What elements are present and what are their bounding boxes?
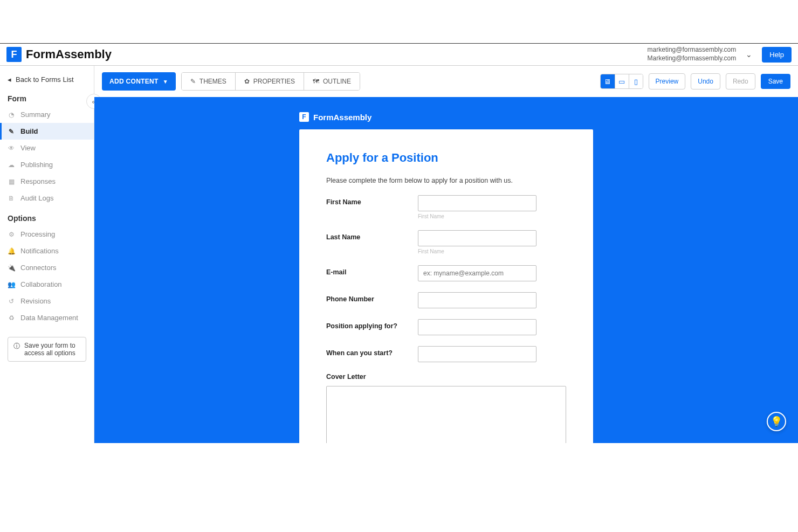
recycle-icon: ♻ (8, 314, 15, 322)
save-note-text: Save your form to access all options (24, 342, 80, 357)
form-card[interactable]: Apply for a Position Please complete the… (299, 129, 593, 443)
first-name-input[interactable] (418, 195, 536, 211)
brand: F FormAssembly (6, 47, 112, 62)
sidebar-item-data-management[interactable]: ♻ Data Management (0, 309, 94, 326)
file-icon: 🗎 (8, 195, 15, 202)
sidebar-item-audit-logs[interactable]: 🗎 Audit Logs (0, 190, 94, 206)
device-desktop-button[interactable]: 🖥 (601, 74, 615, 88)
position-input[interactable] (418, 319, 536, 335)
eye-icon: 👁 (8, 144, 15, 152)
canvas-brand-name: FormAssembly (313, 113, 372, 122)
device-preview-toggle: 🖥 ▭ ▯ (600, 74, 643, 89)
form-intro: Please complete the form below to apply … (326, 177, 566, 184)
undo-button[interactable]: Undo (691, 73, 720, 89)
user-email-secondary: Marketing@formassembly.com (648, 54, 737, 63)
user-account-label: marketing@formassembly.com Marketing@for… (648, 46, 737, 63)
save-note: ⓘ Save your form to access all options (8, 337, 86, 362)
map-icon: 🗺 (313, 78, 319, 85)
sidebar-item-label: Build (20, 127, 38, 135)
sidebar-item-revisions[interactable]: ↺ Revisions (0, 293, 94, 309)
themes-button[interactable]: ✎ THEMES (182, 73, 235, 90)
save-button[interactable]: Save (761, 74, 790, 89)
sidebar-item-label: Audit Logs (20, 194, 53, 202)
sidebar-heading-options: Options (0, 211, 94, 226)
sidebar-item-label: Processing (20, 230, 55, 238)
sidebar-item-label: Revisions (20, 297, 51, 305)
field-row-first-name: First Name First Name (326, 195, 566, 219)
back-label: Back to Forms List (16, 75, 74, 84)
position-label: Position applying for? (326, 319, 418, 330)
last-name-hint: First Name (418, 248, 566, 254)
field-row-email: E-mail (326, 265, 566, 281)
email-label: E-mail (326, 265, 418, 276)
sidebar-item-label: Publishing (20, 161, 53, 169)
user-menu-chevron-icon[interactable]: ⌄ (744, 50, 754, 59)
tablet-icon: ▭ (618, 78, 625, 86)
last-name-label: Last Name (326, 230, 418, 241)
field-row-cover-letter: Cover Letter (326, 373, 566, 443)
start-input[interactable] (418, 346, 536, 362)
help-button[interactable]: Help (762, 47, 792, 63)
user-email-primary: marketing@formassembly.com (648, 46, 737, 54)
form-canvas: F FormAssembly Apply for a Position Plea… (94, 97, 798, 443)
dashboard-icon: ◔ (8, 111, 15, 119)
properties-button[interactable]: ✿ PROPERTIES (235, 73, 304, 90)
history-icon: ↺ (8, 298, 15, 305)
sidebar-item-summary[interactable]: ◔ Summary (0, 106, 94, 123)
field-row-phone: Phone Number (326, 292, 566, 308)
sidebar-item-label: Collaboration (20, 280, 62, 288)
last-name-input[interactable] (418, 230, 536, 246)
brand-name: FormAssembly (26, 47, 112, 61)
canvas-brand-header: F FormAssembly (299, 112, 593, 122)
outline-label: OUTLINE (323, 78, 351, 85)
hint-bulb-button[interactable]: 💡 (767, 412, 786, 431)
redo-button[interactable]: Redo (726, 73, 755, 89)
email-input[interactable] (418, 265, 536, 281)
people-icon: 👥 (8, 281, 15, 288)
outline-button[interactable]: 🗺 OUTLINE (304, 73, 360, 90)
lightbulb-icon: 💡 (771, 416, 782, 427)
sidebar-heading-form: Form (0, 91, 94, 106)
info-icon: ⓘ (13, 342, 20, 351)
field-row-position: Position applying for? (326, 319, 566, 335)
device-tablet-button[interactable]: ▭ (615, 74, 629, 88)
gear-icon: ✿ (244, 78, 250, 85)
chevron-left-icon: ◂ (8, 75, 11, 84)
back-to-forms-link[interactable]: ◂ Back to Forms List (0, 73, 94, 91)
start-label: When can you start? (326, 346, 418, 357)
sidebar-item-build[interactable]: ✎ Build (0, 123, 94, 140)
sidebar-item-collaboration[interactable]: 👥 Collaboration (0, 276, 94, 293)
caret-down-icon: ▼ (163, 79, 168, 85)
device-mobile-button[interactable]: ▯ (629, 74, 643, 88)
first-name-label: First Name (326, 195, 418, 206)
monitor-icon: 🖥 (604, 78, 611, 86)
sidebar-item-responses[interactable]: ▦ Responses (0, 173, 94, 190)
add-content-label: ADD CONTENT (109, 78, 159, 85)
sidebar-item-label: Data Management (20, 314, 78, 322)
phone-label: Phone Number (326, 292, 418, 303)
phone-input[interactable] (418, 292, 536, 308)
plug-icon: 🔌 (8, 264, 15, 272)
editor-toolbar: ADD CONTENT ▼ ✎ THEMES ✿ PROPERTIES (94, 66, 798, 97)
sidebar-item-view[interactable]: 👁 View (0, 140, 94, 156)
sidebar-item-notifications[interactable]: 🔔 Notifications (0, 243, 94, 259)
field-row-last-name: Last Name First Name (326, 230, 566, 254)
table-icon: ▦ (8, 178, 15, 185)
sidebar-item-processing[interactable]: ⚙ Processing (0, 226, 94, 243)
sidebar-item-connectors[interactable]: 🔌 Connectors (0, 259, 94, 276)
brand-logo-icon: F (6, 47, 22, 62)
pencil-icon: ✎ (8, 128, 15, 135)
form-title: Apply for a Position (326, 151, 566, 165)
field-row-start-date: When can you start? (326, 346, 566, 362)
add-content-button[interactable]: ADD CONTENT ▼ (102, 72, 176, 91)
preview-button[interactable]: Preview (649, 73, 686, 89)
first-name-hint: First Name (418, 213, 566, 219)
app-bar: F FormAssembly marketing@formassembly.co… (0, 43, 798, 66)
sidebar-item-publishing[interactable]: ☁ Publishing (0, 156, 94, 173)
brush-icon: ✎ (190, 78, 196, 85)
cover-label: Cover Letter (326, 373, 566, 381)
cover-letter-textarea[interactable] (326, 386, 566, 443)
sidebar-item-label: View (20, 144, 36, 152)
bell-icon: 🔔 (8, 247, 15, 255)
sidebar-item-label: Connectors (20, 264, 56, 272)
